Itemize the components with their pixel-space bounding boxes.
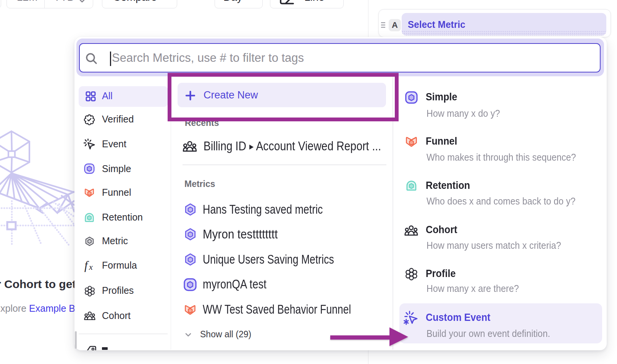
svg-text:x: x xyxy=(89,262,93,272)
